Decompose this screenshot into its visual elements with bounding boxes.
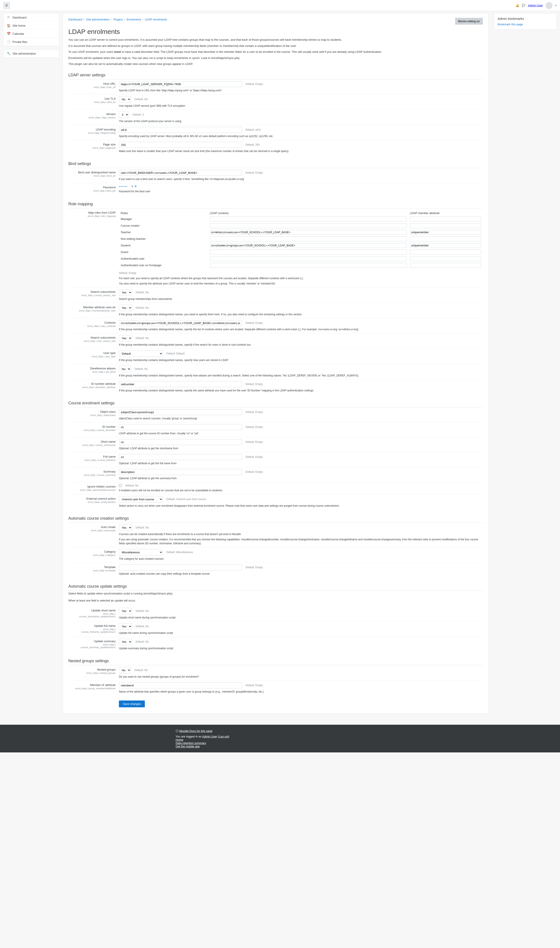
role-attr-input[interactable] <box>410 223 481 228</box>
select-input[interactable]: Yes <box>119 525 132 531</box>
text-input[interactable] <box>119 565 242 570</box>
hamburger-menu[interactable]: ☰ <box>3 2 10 9</box>
select-input[interactable]: Yes <box>119 305 132 311</box>
default-text: Default: No <box>134 367 148 371</box>
footer-user-link[interactable]: Admin User <box>202 735 217 738</box>
default-text: Default: No <box>134 98 148 101</box>
footer-link[interactable]: Data retention summary <box>175 741 206 745</box>
text-input[interactable] <box>119 409 242 415</box>
chevron-down-icon[interactable]: ▾ <box>555 4 557 7</box>
sidebar-item-sitehome[interactable]: 🏠Site home <box>3 22 59 30</box>
select-input[interactable]: Miscellaneous <box>119 549 163 556</box>
select-input[interactable]: 3 <box>119 111 129 118</box>
footer-link[interactable]: Get the mobile app <box>175 745 200 748</box>
messages-icon[interactable]: 💬 <box>522 4 525 7</box>
logout-link[interactable]: Log out <box>219 735 228 738</box>
role-name: Guest <box>119 249 208 255</box>
text-input[interactable] <box>119 469 242 475</box>
role-name: Course creator <box>119 222 208 229</box>
default-text: Default: 250 <box>246 143 260 146</box>
text-input[interactable] <box>119 81 242 87</box>
role-attr-input[interactable] <box>410 230 481 235</box>
text-input[interactable] <box>119 170 242 176</box>
field-key: enrol_ldap | course_fullname_updateonsyn… <box>68 628 115 633</box>
select-input[interactable]: Yes <box>119 335 132 341</box>
table-row: Authenticated user <box>119 256 482 262</box>
select-input[interactable]: No <box>119 96 131 102</box>
select-input[interactable]: Yes <box>119 289 132 296</box>
field-label: Template <box>104 565 115 569</box>
role-attr-input[interactable] <box>410 250 481 255</box>
default-text: Default: No <box>135 306 149 309</box>
eye-icon[interactable]: 👁 <box>134 185 137 188</box>
role-attr-input[interactable] <box>410 263 481 268</box>
field-label: Short name <box>101 440 115 443</box>
default-text: Default: No <box>135 610 149 613</box>
role-context-input[interactable] <box>210 263 407 268</box>
table-header: LDAP member attribute <box>409 210 482 216</box>
role-attr-input[interactable] <box>410 236 481 241</box>
table-row: Course creator <box>119 222 482 229</box>
field-key: enrol_ldap | course_summary_updateonsync <box>68 643 115 648</box>
role-context-input[interactable] <box>210 243 407 248</box>
notifications-icon[interactable]: 🔔 <box>515 4 519 7</box>
text-input[interactable] <box>119 142 242 148</box>
role-name: Non-editing teacher <box>119 236 208 242</box>
edit-icon[interactable]: ✎ <box>131 185 134 188</box>
breadcrumb-link[interactable]: Dashboard <box>68 18 82 21</box>
user-menu-link[interactable]: Admin User <box>528 4 543 7</box>
field-label: Member attribute uses dn <box>83 306 115 309</box>
select-input[interactable]: No <box>119 366 131 372</box>
role-context-input[interactable] <box>210 236 407 241</box>
text-input[interactable] <box>119 424 242 430</box>
select-input[interactable]: Yes <box>119 608 132 614</box>
text-input[interactable] <box>119 439 242 445</box>
text-input[interactable] <box>119 320 242 326</box>
avatar[interactable] <box>546 2 552 9</box>
select-input[interactable]: Yes <box>119 639 132 645</box>
text-input[interactable] <box>119 381 242 387</box>
role-attr-input[interactable] <box>410 256 481 261</box>
role-context-input[interactable] <box>210 230 407 235</box>
breadcrumb-link[interactable]: Plugins <box>114 18 123 21</box>
save-button[interactable]: Save changes <box>119 701 145 707</box>
field-label: Password <box>103 186 115 189</box>
checkbox-input[interactable] <box>119 484 122 487</box>
field-key: enrol_ldap | ldapencoding <box>68 131 115 134</box>
role-attr-input[interactable] <box>410 217 481 222</box>
default-text: Default: No <box>135 291 149 294</box>
default-text: Default: Empty <box>246 566 263 569</box>
role-attr-input[interactable] <box>410 243 481 248</box>
sidebar-item-dashboard[interactable]: ⏱Dashboard <box>3 14 59 22</box>
role-context-input[interactable] <box>210 217 407 222</box>
text-input[interactable] <box>119 127 242 133</box>
text-input[interactable] <box>119 682 242 689</box>
moodle-docs-link[interactable]: Moodle Docs for this page <box>179 729 212 733</box>
select-input[interactable]: No <box>119 667 131 673</box>
breadcrumb-link[interactable]: LDAP enrolments <box>145 18 167 21</box>
field-label: Update summary <box>94 639 115 643</box>
role-context-input[interactable] <box>210 250 407 255</box>
role-context-input[interactable] <box>210 223 407 228</box>
field-key: enrol_ldap | pagesize <box>68 147 115 149</box>
default-text: Default: Empty <box>246 321 263 324</box>
field-label: Search subcontexts <box>91 290 115 293</box>
breadcrumb-link[interactable]: Site administration <box>86 18 110 21</box>
select-input[interactable]: Yes <box>119 623 132 630</box>
select-input[interactable]: Default <box>119 350 163 357</box>
calendar-icon: 📅 <box>7 32 10 36</box>
sidebar-item-calendar[interactable]: 📅Calendar <box>3 30 59 38</box>
field-key: enrol_ldap | objectclass <box>68 414 115 417</box>
role-context-input[interactable] <box>210 256 407 261</box>
text-input[interactable] <box>119 454 242 460</box>
breadcrumb-link[interactable]: Enrolments <box>126 18 141 21</box>
field-label: User type <box>103 351 115 355</box>
select-input[interactable]: Unenrol user from course <box>119 496 163 502</box>
sidebar-item-files[interactable]: 📄Private files <box>3 38 59 46</box>
footer-link[interactable]: Home <box>175 738 183 741</box>
role-name: Authenticated user <box>119 256 208 262</box>
field-label: LDAP encoding <box>96 128 115 131</box>
bookmark-link[interactable]: Bookmark this page <box>498 23 523 26</box>
sidebar-item-siteadmin[interactable]: 🔧Site administration <box>3 49 59 57</box>
blocks-editing-button[interactable]: Blocks editing on <box>455 18 483 25</box>
